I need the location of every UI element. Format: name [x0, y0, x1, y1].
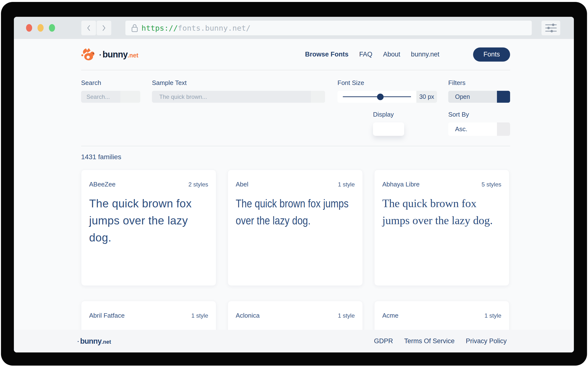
filters-label: Filters [448, 79, 510, 87]
footer-link-privacy[interactable]: Privacy Policy [466, 337, 507, 345]
font-styles-count: 1 style [338, 312, 355, 319]
lock-icon [131, 24, 138, 32]
families-count: 1431 families [81, 153, 510, 161]
page-content: bunny.net Browse Fonts FAQ About bunny.n… [14, 39, 574, 330]
slider-thumb[interactable] [377, 93, 384, 100]
site-header: bunny.net Browse Fonts FAQ About bunny.n… [81, 39, 510, 70]
footer-brand-wordmark[interactable]: bunny.net [78, 337, 111, 346]
nav-bunny-net[interactable]: bunny.net [411, 51, 440, 58]
url-host: fonts.bunny.net/ [178, 24, 250, 32]
font-card-abril-fatface[interactable]: Abril Fatface 1 style The quick brown fo… [81, 301, 216, 330]
sort-by-label: Sort By [448, 111, 510, 118]
nav-faq[interactable]: FAQ [359, 51, 372, 58]
toolbar-settings-button[interactable] [541, 21, 560, 35]
font-size-value: 30 px [416, 91, 437, 103]
brand-logo[interactable]: bunny.net [81, 48, 138, 61]
brand-suffix: .net [128, 52, 138, 59]
filters-bar: Search Search... Sample Text The quick b… [81, 70, 510, 146]
display-label: Display [373, 111, 404, 118]
font-preview-text: The quick brown fox jumps over the lazy … [236, 195, 355, 229]
sample-text-input-cap[interactable] [311, 91, 325, 103]
font-family-name[interactable]: Abril Fatface [89, 312, 125, 319]
url-scheme: https:// [142, 24, 178, 32]
footer-brand-suffix: .net [102, 339, 111, 345]
font-styles-count: 2 styles [188, 181, 208, 188]
filters-accent-button[interactable] [497, 91, 510, 103]
browser-toolbar: https://fonts.bunny.net/ [14, 17, 574, 39]
display-group: Display [373, 111, 404, 136]
brand-wordmark: bunny.net [100, 49, 138, 60]
history-nav [81, 21, 111, 35]
nav-about[interactable]: About [383, 51, 400, 58]
sample-text-input[interactable]: The quick brown... [152, 91, 325, 103]
font-card-abel[interactable]: Abel 1 style The quick brown fox jumps o… [228, 170, 363, 286]
sample-text-label: Sample Text [152, 79, 325, 87]
font-grid: ABeeZee 2 styles The quick brown fox jum… [81, 170, 510, 330]
footer-link-terms[interactable]: Terms Of Service [404, 337, 454, 345]
search-group: Search Search... [81, 79, 140, 103]
font-size-slider[interactable] [338, 91, 416, 103]
zoom-window-button[interactable] [49, 24, 55, 32]
close-window-button[interactable] [26, 24, 32, 32]
search-input[interactable]: Search... [81, 91, 140, 103]
footer-link-gdpr[interactable]: GDPR [374, 337, 393, 345]
traffic-lights [26, 24, 55, 32]
bunny-logo-icon [81, 48, 96, 61]
sliders-icon [544, 23, 557, 33]
font-styles-count: 1 style [485, 312, 501, 319]
sort-by-group: Sort By Asc. [448, 111, 510, 136]
font-styles-count: 1 style [338, 181, 355, 188]
font-preview-text: The quick brown fox jumps over the lazy … [236, 326, 340, 330]
chevron-right-icon [101, 24, 107, 32]
font-preview-text: The quick brown fox jumps over the lazy … [382, 195, 501, 229]
search-input-cap[interactable] [120, 91, 140, 103]
font-preview-text: The quick brown fox jumps over the lazy … [89, 195, 197, 246]
font-preview-text: The quick brown fox jumps over the lazy … [89, 326, 208, 330]
footer-links: GDPR Terms Of Service Privacy Policy [374, 337, 507, 345]
back-button[interactable] [81, 21, 96, 35]
font-card-abhaya-libre[interactable]: Abhaya Libre 5 styles The quick brown fo… [374, 170, 509, 286]
forward-button[interactable] [97, 21, 111, 35]
sort-by-cap[interactable] [497, 123, 510, 136]
site-footer: bunny.net GDPR Terms Of Service Privacy … [14, 330, 574, 352]
font-preview-text: The quick brown fox jumps over the lazy … [382, 326, 501, 330]
results-section: 1431 families ABeeZee 2 styles The quick… [81, 153, 510, 330]
browser-window: https://fonts.bunny.net/ [14, 17, 574, 352]
url-bar[interactable]: https://fonts.bunny.net/ [125, 21, 532, 35]
font-styles-count: 1 style [191, 312, 208, 319]
font-styles-count: 5 styles [482, 181, 501, 188]
search-placeholder: Search... [86, 93, 110, 100]
filters-toggle-group: Filters Open [448, 79, 510, 103]
nav-browse-fonts[interactable]: Browse Fonts [305, 51, 349, 58]
display-select[interactable] [373, 123, 404, 136]
font-card-aclonica[interactable]: Aclonica 1 style The quick brown fox jum… [228, 301, 363, 330]
font-size-group: Font Size 30 px [338, 79, 437, 103]
sort-by-select[interactable]: Asc. [448, 123, 497, 136]
font-family-name[interactable]: Aclonica [236, 312, 259, 319]
font-family-name[interactable]: Abel [236, 181, 248, 188]
font-family-name[interactable]: Abhaya Libre [382, 181, 420, 188]
font-size-label: Font Size [338, 79, 437, 87]
font-family-name[interactable]: Acme [382, 312, 398, 319]
sample-text-group: Sample Text The quick brown... [152, 79, 325, 103]
device-frame: https://fonts.bunny.net/ [1, 2, 587, 366]
slider-track[interactable] [343, 96, 411, 97]
chevron-left-icon [86, 24, 91, 32]
filters-open-button[interactable]: Open [448, 91, 497, 103]
minimize-window-button[interactable] [38, 24, 44, 32]
font-card-acme[interactable]: Acme 1 style The quick brown fox jumps o… [374, 301, 509, 330]
search-label: Search [81, 79, 140, 87]
main-nav: Browse Fonts FAQ About bunny.net Fonts [305, 47, 510, 62]
font-family-name[interactable]: ABeeZee [89, 181, 115, 188]
font-card-abeezee[interactable]: ABeeZee 2 styles The quick brown fox jum… [81, 170, 216, 286]
fonts-cta-button[interactable]: Fonts [473, 47, 510, 62]
sample-text-placeholder: The quick brown... [159, 93, 207, 100]
